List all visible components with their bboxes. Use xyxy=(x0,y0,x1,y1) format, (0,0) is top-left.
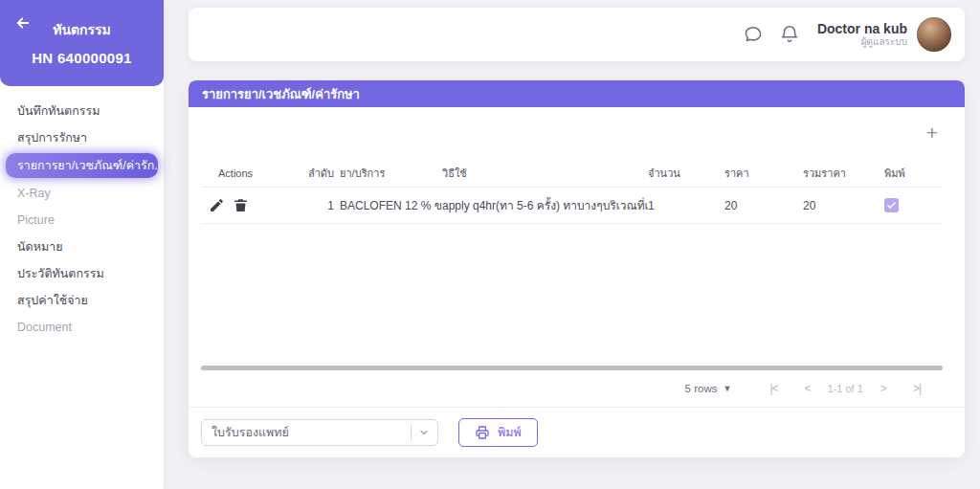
sidebar-item-dental-record[interactable]: บันทึกทันตกรรม xyxy=(0,98,164,124)
sidebar-item-expense-summary[interactable]: สรุปค่าใช้จ่าย xyxy=(0,287,164,314)
pagination: 5 rows ▼ |< < 1-1 of 1 > >| xyxy=(189,370,965,407)
col-header-total: รวมราคา xyxy=(803,165,884,182)
cell-drug: BACLOFEN 12 % ขวด xyxy=(340,196,442,214)
select-divider xyxy=(411,425,412,440)
add-item-button[interactable]: + xyxy=(926,123,938,143)
medication-panel: รายการยา/เวชภัณฑ์/ค่ารักษา + Actions ลำด… xyxy=(189,80,965,457)
col-header-usage: วิธีใช้ xyxy=(442,165,648,182)
cell-price: 20 xyxy=(724,199,803,212)
cell-qty: 1 xyxy=(648,199,724,212)
sidebar-item-xray[interactable]: X-Ray xyxy=(0,180,164,207)
sidebar-item-document[interactable]: Document xyxy=(0,314,164,341)
print-button[interactable]: พิมพ์ xyxy=(458,418,538,447)
table-row: 1 BACLOFEN 12 % ขวด apply q4hr(ทา 5-6 คร… xyxy=(201,188,943,224)
first-page-button[interactable]: |< xyxy=(756,382,791,395)
col-header-print: พิมพ์ xyxy=(884,165,943,182)
notifications-bell-icon[interactable] xyxy=(779,24,800,45)
back-arrow-icon xyxy=(14,14,32,32)
row-actions xyxy=(201,197,301,213)
patient-hn: HN 640000091 xyxy=(0,50,164,66)
main-area: Doctor na kub ผู้ดูแลระบบ รายการยา/เวชภั… xyxy=(165,0,980,489)
edit-icon[interactable] xyxy=(209,197,225,213)
col-header-qty: จำนวน xyxy=(648,165,724,182)
sidebar-item-medication-list[interactable]: รายการยา/เวชภัณฑ์/ค่ารัก... xyxy=(6,153,158,178)
caret-down-icon: ▼ xyxy=(723,384,731,393)
sidebar: ทันตกรรม HN 640000091 บันทึกทันตกรรม สรุ… xyxy=(0,0,165,489)
user-role: ผู้ดูแลระบบ xyxy=(817,36,907,48)
panel-footer: ใบรับรองแพทย์ พิมพ์ xyxy=(189,407,965,457)
user-name: Doctor na kub xyxy=(817,22,907,36)
topbar: Doctor na kub ผู้ดูแลระบบ xyxy=(189,8,965,61)
printer-icon xyxy=(475,425,490,440)
sidebar-item-treatment-summary[interactable]: สรุปการรักษา xyxy=(0,124,164,151)
next-page-button[interactable]: > xyxy=(867,382,900,395)
cell-total: 20 xyxy=(803,199,884,212)
sidebar-menu: บันทึกทันตกรรม สรุปการรักษา รายการยา/เวช… xyxy=(0,86,164,341)
print-checkbox[interactable] xyxy=(884,198,899,212)
panel-title: รายการยา/เวชภัณฑ์/ค่ารักษา xyxy=(202,84,360,104)
chat-icon[interactable] xyxy=(743,24,764,45)
table-header-row: Actions ลำดับ ยา/บริการ วิธีใช้ จำนวน รา… xyxy=(201,159,943,188)
panel-header: รายการยา/เวชภัณฑ์/ค่ารักษา xyxy=(189,80,965,107)
chevron-down-icon xyxy=(418,427,430,438)
avatar[interactable] xyxy=(917,17,951,52)
certificate-select[interactable]: ใบรับรองแพทย์ xyxy=(201,419,438,446)
table-empty-space xyxy=(189,224,965,366)
rows-per-page-select[interactable]: 5 rows ▼ xyxy=(685,383,732,394)
last-page-button[interactable]: >| xyxy=(900,382,934,395)
certificate-select-value: ใบรับรองแพทย์ xyxy=(212,423,411,442)
cell-print xyxy=(884,198,943,213)
sidebar-item-appointment[interactable]: นัดหมาย xyxy=(0,233,164,260)
cell-usage: apply q4hr(ทา 5-6 ครั้ง) ทาบางๆบริเวณที่… xyxy=(442,196,648,214)
user-menu[interactable]: Doctor na kub ผู้ดูแลระบบ xyxy=(817,22,907,48)
delete-icon[interactable] xyxy=(233,197,249,213)
sidebar-item-dental-history[interactable]: ประวัติทันตกรรม xyxy=(0,260,164,287)
panel-body: + Actions ลำดับ ยา/บริการ วิธีใช้ จำนวน … xyxy=(189,107,965,457)
sidebar-header: ทันตกรรม HN 640000091 xyxy=(0,0,164,86)
col-header-actions: Actions xyxy=(201,167,301,179)
app-root: ทันตกรรม HN 640000091 บันทึกทันตกรรม สรุ… xyxy=(0,0,980,489)
medication-table: Actions ลำดับ ยา/บริการ วิธีใช้ จำนวน รา… xyxy=(189,159,965,224)
prev-page-button[interactable]: < xyxy=(791,382,824,395)
table-toolbar: + xyxy=(189,107,965,159)
back-button[interactable] xyxy=(13,13,33,33)
print-button-label: พิมพ์ xyxy=(498,423,522,442)
col-header-drug: ยา/บริการ xyxy=(340,165,442,182)
col-header-price: ราคา xyxy=(724,165,803,182)
col-header-order: ลำดับ xyxy=(301,165,340,182)
rows-per-page-value: 5 rows xyxy=(685,383,718,394)
sidebar-item-picture[interactable]: Picture xyxy=(0,207,164,233)
page-range: 1-1 of 1 xyxy=(824,383,867,394)
cell-order: 1 xyxy=(301,199,340,212)
